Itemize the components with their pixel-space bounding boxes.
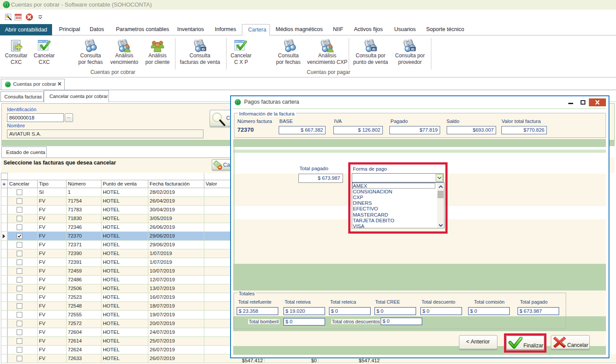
svg-text:ID: ID [411,47,415,51]
svg-text:ID: ID [202,47,205,51]
svg-text:ID: ID [372,47,376,51]
